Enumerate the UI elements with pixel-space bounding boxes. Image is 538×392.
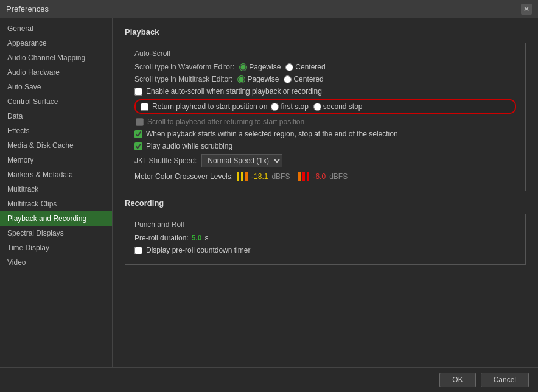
main-panel: Playback Auto-Scroll Scroll type in Wave… — [113, 18, 538, 367]
return-playhead-checkbox[interactable] — [141, 103, 148, 111]
shuttle-speed-row: JKL Shuttle Speed: Normal Speed (1x) Hal… — [134, 154, 516, 167]
sidebar-item-audio-hardware[interactable]: Audio Hardware — [0, 65, 112, 80]
play-audio-row: Play audio while scrubbing — [134, 142, 516, 150]
multitrack-scroll-options: Pagewise Centered — [237, 75, 323, 83]
preroll-unit: s — [204, 234, 208, 242]
sidebar-item-audio-channel-mapping[interactable]: Audio Channel Mapping — [0, 51, 112, 65]
titlebar: Preferences ✕ — [0, 0, 538, 18]
cancel-button[interactable]: Cancel — [481, 373, 529, 387]
second-stop-option: second stop — [313, 102, 363, 111]
sidebar-item-data[interactable]: Data — [0, 109, 112, 124]
stop-options: first stop second stop — [271, 102, 362, 111]
waveform-pagewise-radio[interactable] — [239, 63, 247, 71]
meter2-bar — [298, 172, 309, 181]
waveform-centered-radio[interactable] — [285, 63, 293, 71]
return-playhead-row: Return playhead to start position on fir… — [134, 99, 516, 114]
return-playhead-label: Return playhead to start position on — [152, 102, 267, 111]
second-stop-radio[interactable] — [313, 103, 321, 111]
sidebar-item-auto-save[interactable]: Auto Save — [0, 80, 112, 94]
sidebar-item-appearance[interactable]: Appearance — [0, 36, 112, 51]
recording-title: Recording — [125, 198, 526, 208]
first-stop-label: first stop — [281, 102, 308, 111]
enable-autoscroll-row: Enable auto-scroll when starting playbac… — [134, 87, 516, 96]
play-audio-checkbox[interactable] — [134, 142, 142, 150]
meter1-value: -18.1 — [251, 172, 268, 181]
meter1-bar-1 — [237, 172, 239, 181]
meter1-unit: dBFS — [271, 172, 290, 181]
meter-crossover-row: Meter Color Crossover Levels: -18.1 dBFS… — [134, 172, 516, 181]
punch-roll-title: Punch and Roll — [134, 220, 516, 229]
countdown-checkbox[interactable] — [134, 247, 142, 254]
meter2-value: -6.0 — [313, 172, 326, 181]
enable-autoscroll-label: Enable auto-scroll when starting playbac… — [146, 87, 322, 96]
auto-scroll-group: Auto-Scroll Scroll type in Waveform Edit… — [125, 43, 526, 191]
multitrack-centered-option: Centered — [284, 75, 323, 83]
meter2-bar-1 — [298, 172, 301, 181]
meter1-bar-3 — [245, 172, 248, 181]
sidebar-item-playback-and-recording[interactable]: Playback and Recording — [0, 211, 112, 226]
when-playback-label: When playback starts within a selected r… — [146, 130, 398, 138]
meter1-bar — [237, 172, 248, 181]
waveform-pagewise-option: Pagewise — [239, 63, 281, 71]
dialog-title: Preferences — [6, 4, 49, 13]
sidebar-item-effects[interactable]: Effects — [0, 124, 112, 138]
sidebar-item-memory[interactable]: Memory — [0, 153, 112, 167]
sidebar-item-multitrack[interactable]: Multitrack — [0, 182, 112, 197]
ok-button[interactable]: OK — [439, 373, 475, 387]
waveform-pagewise-label: Pagewise — [249, 63, 281, 71]
multitrack-pagewise-label: Pagewise — [247, 75, 279, 83]
preferences-dialog: Preferences ✕ GeneralAppearanceAudio Cha… — [0, 0, 538, 392]
sidebar-item-video[interactable]: Video — [0, 255, 112, 270]
when-playback-row: When playback starts within a selected r… — [134, 130, 516, 138]
punch-roll-box: Punch and Roll Pre-roll duration: 5.0 s … — [125, 214, 526, 265]
sidebar-item-markers--metadata[interactable]: Markers & Metadata — [0, 167, 112, 182]
section-title: Playback — [125, 27, 526, 37]
waveform-centered-option: Centered — [285, 63, 325, 71]
meter2-bar-3 — [307, 172, 309, 181]
sidebar-item-multitrack-clips[interactable]: Multitrack Clips — [0, 197, 112, 211]
sidebar-item-time-display[interactable]: Time Display — [0, 240, 112, 255]
return-playhead-content: Return playhead to start position on fir… — [141, 102, 363, 111]
enable-autoscroll-checkbox[interactable] — [134, 88, 142, 96]
shuttle-label: JKL Shuttle Speed: — [134, 156, 197, 165]
second-stop-label: second stop — [323, 102, 363, 111]
countdown-row: Display pre-roll countdown timer — [134, 246, 516, 254]
multitrack-scroll-label: Scroll type in Multitrack Editor: — [134, 75, 232, 83]
waveform-scroll-row: Scroll type in Waveform Editor: Pagewise… — [134, 63, 516, 71]
footer: OK Cancel — [0, 367, 538, 392]
first-stop-radio[interactable] — [271, 103, 279, 111]
meter-label: Meter Color Crossover Levels: — [134, 172, 233, 181]
multitrack-pagewise-option: Pagewise — [237, 75, 279, 83]
shuttle-speed-select[interactable]: Normal Speed (1x) Half Speed Double Spee… — [201, 154, 282, 167]
meter2-bar-2 — [302, 172, 305, 181]
preroll-value: 5.0 — [192, 234, 202, 242]
content-area: GeneralAppearanceAudio Channel MappingAu… — [0, 18, 538, 367]
scroll-to-playhead-checkbox[interactable] — [136, 118, 144, 126]
scroll-to-playhead-label: Scroll to playhead after returning to st… — [147, 117, 304, 126]
scroll-to-playhead-row: Scroll to playhead after returning to st… — [134, 117, 516, 126]
preroll-label: Pre-roll duration: — [134, 234, 189, 242]
waveform-scroll-label: Scroll type in Waveform Editor: — [134, 63, 234, 71]
first-stop-option: first stop — [271, 102, 308, 111]
sidebar: GeneralAppearanceAudio Channel MappingAu… — [0, 18, 113, 367]
meter1-bar-2 — [241, 172, 243, 181]
auto-scroll-title: Auto-Scroll — [134, 49, 516, 58]
multitrack-scroll-row: Scroll type in Multitrack Editor: Pagewi… — [134, 75, 516, 83]
when-playback-checkbox[interactable] — [134, 130, 142, 138]
countdown-label: Display pre-roll countdown timer — [146, 246, 250, 254]
sidebar-item-media--disk-cache[interactable]: Media & Disk Cache — [0, 138, 112, 153]
waveform-centered-label: Centered — [295, 63, 325, 71]
multitrack-pagewise-radio[interactable] — [237, 75, 245, 83]
sidebar-item-spectral-displays[interactable]: Spectral Displays — [0, 226, 112, 240]
sidebar-item-control-surface[interactable]: Control Surface — [0, 94, 112, 109]
close-button[interactable]: ✕ — [521, 4, 532, 15]
recording-section: Recording Punch and Roll Pre-roll durati… — [125, 198, 526, 265]
multitrack-centered-label: Centered — [293, 75, 323, 83]
sidebar-item-general[interactable]: General — [0, 21, 112, 36]
waveform-scroll-options: Pagewise Centered — [239, 63, 325, 71]
play-audio-label: Play audio while scrubbing — [146, 142, 232, 150]
preroll-row: Pre-roll duration: 5.0 s — [134, 234, 516, 242]
meter2-unit: dBFS — [329, 172, 348, 181]
multitrack-centered-radio[interactable] — [284, 75, 292, 83]
